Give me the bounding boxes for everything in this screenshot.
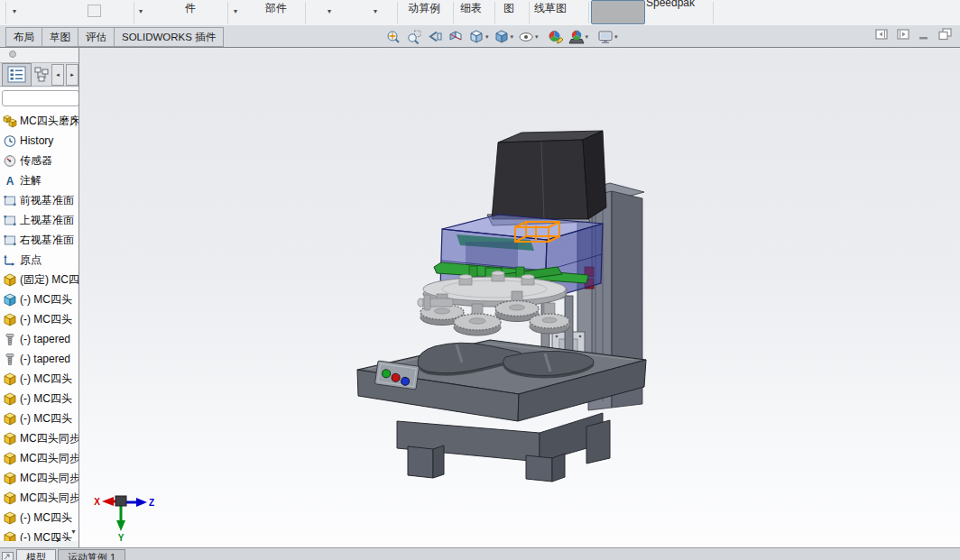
ribbon-button-label[interactable]: 细表 [460, 1, 482, 16]
ribbon-button-label[interactable]: 动算例 [408, 1, 440, 16]
tree-item[interactable]: MC四头同步 [0, 468, 78, 488]
minimize-button[interactable] [918, 28, 930, 44]
tree-item[interactable]: 原点 [0, 250, 78, 270]
tree-item[interactable]: MC四头磨床 [0, 111, 78, 131]
dropdown-arrow-icon[interactable] [614, 33, 618, 41]
ribbon-pressed-button[interactable] [591, 0, 645, 24]
tree-item-label: MC四头同步 [20, 451, 78, 466]
tree-item[interactable]: (-) MC四头 [0, 389, 78, 409]
tree-item-icon [3, 313, 17, 326]
dropdown-arrow-icon[interactable] [535, 33, 539, 41]
tree-item[interactable]: (-) MC四头 [0, 508, 78, 528]
dropdown-arrow-icon[interactable] [328, 7, 331, 15]
dropdown-arrow-icon[interactable] [511, 33, 514, 41]
spindle-motor[interactable] [492, 131, 606, 219]
solidworks-window: 件部件动算例细表图线草图Speedpak 布局草图评估SOLIDWORKS 插件 [0, 0, 960, 560]
tree-item[interactable]: (固定) MC四头 [0, 270, 78, 289]
study-tab[interactable]: 运动算例 1 [58, 549, 125, 560]
zoom-to-fit-button[interactable] [384, 27, 402, 46]
collapse-right-pane-button[interactable] [897, 28, 910, 44]
command-tab[interactable]: SOLIDWORKS 插件 [114, 27, 224, 47]
command-tab[interactable]: 草图 [42, 27, 78, 47]
dropdown-arrow-icon[interactable] [139, 7, 143, 15]
tree-item-label: (-) MC四头 [20, 372, 72, 387]
status-bar: 模型运动算例 1 [0, 547, 960, 560]
dropdown-arrow-icon[interactable] [234, 7, 237, 15]
assembly-model[interactable]: X Z Y [94, 131, 646, 543]
tree-item[interactable]: (-) MC四头 [0, 409, 78, 428]
ribbon-separator [713, 2, 714, 23]
tree-item-icon [3, 293, 17, 307]
dropdown-arrow-icon[interactable] [374, 7, 377, 15]
tree-item-icon [3, 472, 17, 485]
tree-scroll-down-arrow[interactable] [70, 528, 77, 536]
tree-filter-input[interactable] [2, 90, 78, 106]
command-tab[interactable]: 布局 [5, 27, 42, 47]
command-tab[interactable]: 评估 [78, 27, 115, 47]
tree-item[interactable]: MC四头同步 [0, 448, 78, 468]
heads-up-toolbar [384, 27, 619, 46]
tree-scroll-right-arrow[interactable] [56, 533, 60, 546]
tree-item-icon [3, 531, 17, 542]
tree-item[interactable]: 上视基准面 [0, 210, 78, 230]
dropdown-arrow-icon[interactable] [485, 33, 489, 41]
dropdown-arrow-icon[interactable] [13, 7, 16, 15]
tree-item-icon [3, 234, 17, 247]
panel-splitter-dot[interactable] [9, 50, 16, 58]
pane-window-controls [875, 28, 953, 44]
tree-item-icon [3, 392, 17, 406]
panel-tab-bar [0, 62, 78, 87]
tree-item-icon [3, 194, 17, 207]
tree-item[interactable]: A 注解 [0, 170, 78, 190]
edit-appearance-button[interactable] [547, 27, 565, 46]
previous-view-button[interactable] [426, 27, 444, 46]
featuremanager-panel: MC四头磨床 History 传感器 A 注解 [0, 48, 79, 547]
machine-base[interactable] [357, 340, 646, 482]
triad-x-label: X [94, 497, 100, 507]
restore-button[interactable] [938, 28, 953, 44]
tree-item-icon [3, 115, 17, 128]
tree-item[interactable]: 右视基准面 [0, 230, 78, 250]
ribbon-separator [588, 2, 589, 23]
tree-item[interactable]: History [0, 131, 78, 151]
ribbon-button-label[interactable]: 部件 [265, 1, 287, 16]
statusbar-splitter-icon[interactable] [2, 549, 14, 560]
dropdown-arrow-icon[interactable] [586, 33, 589, 41]
tree-item[interactable]: MC四头同步 [0, 488, 78, 508]
ribbon-button-label[interactable]: 件 [185, 1, 196, 16]
panel-tab-scroll-left[interactable] [51, 64, 64, 86]
tree-item-icon [3, 134, 17, 148]
tree-item[interactable]: 前视基准面 [0, 190, 78, 210]
graphics-viewport[interactable]: X Z Y [79, 48, 960, 547]
tree-item-label: (-) MC四头 [20, 530, 72, 542]
tree-item[interactable]: (-) MC四头 [0, 289, 78, 309]
tree-item[interactable]: (-) tapered [0, 349, 78, 369]
ribbon-button-label[interactable]: 线草图 [534, 1, 567, 16]
ribbon-button-label[interactable]: Speedpak [646, 0, 695, 9]
tree-item[interactable]: MC四头同步 [0, 428, 78, 448]
tab-featuremanager-tree[interactable] [2, 63, 32, 87]
tree-item-label: MC四头同步 [20, 491, 78, 506]
view-settings-button[interactable] [596, 27, 619, 46]
ribbon-separator [397, 2, 398, 23]
study-tab[interactable]: 模型 [16, 549, 56, 560]
tree-item[interactable]: (-) MC四头 [0, 369, 78, 389]
feature-tree: MC四头磨床 History 传感器 A 注解 [0, 111, 78, 541]
tree-item-label: History [20, 134, 53, 147]
collapse-left-pane-button[interactable] [875, 28, 889, 44]
tree-scroll-up-arrow[interactable] [70, 115, 77, 122]
hide-show-items-button[interactable] [517, 27, 540, 46]
panel-tab-scroll-right[interactable] [66, 64, 78, 86]
zoom-to-area-button[interactable] [405, 27, 423, 46]
tab-display-pane[interactable] [33, 65, 50, 85]
ribbon-separator [453, 2, 454, 23]
apply-scene-button[interactable] [568, 27, 590, 46]
tree-item[interactable]: (-) tapered [0, 329, 78, 349]
tree-item[interactable]: (-) MC四头 [0, 309, 78, 329]
tree-item[interactable]: 传感器 [0, 151, 78, 170]
display-style-button[interactable] [493, 27, 515, 46]
view-orientation-button[interactable] [467, 27, 490, 46]
ribbon-button-label[interactable]: 图 [503, 1, 514, 16]
tree-item[interactable]: (-) MC四头 [0, 528, 78, 541]
section-view-button[interactable] [447, 27, 465, 46]
